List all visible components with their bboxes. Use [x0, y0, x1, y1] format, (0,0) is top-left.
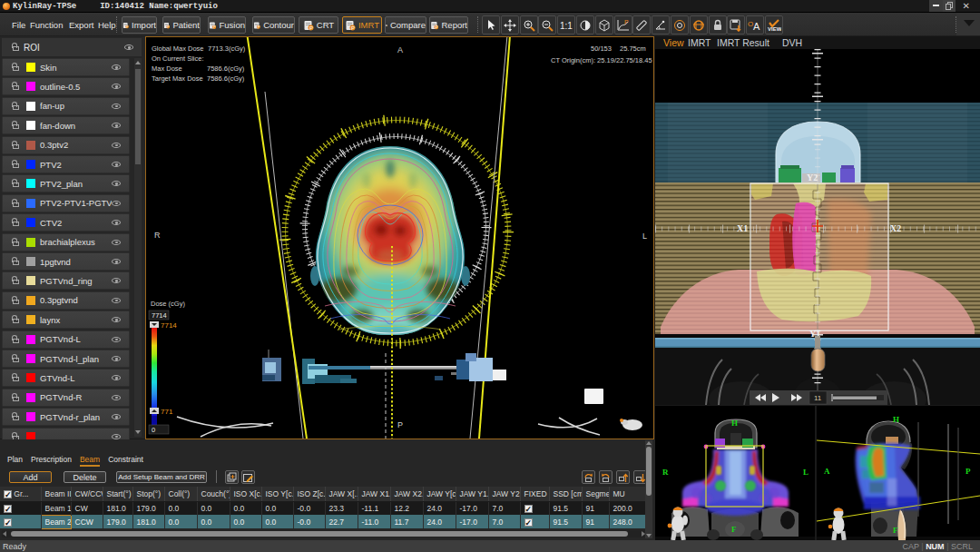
- svg-text:11: 11: [814, 394, 822, 402]
- svg-text:7586.6(cGy): 7586.6(cGy): [207, 64, 245, 73]
- svg-text:7586.6(cGy): 7586.6(cGy): [207, 74, 245, 83]
- svg-text:H: H: [731, 419, 738, 428]
- svg-text:P: P: [436, 25, 438, 29]
- svg-text:A: A: [753, 21, 760, 31]
- svg-text:Target Max Dose: Target Max Dose: [152, 74, 203, 83]
- svg-text:Max Dose: Max Dose: [152, 64, 182, 73]
- svg-text:P: P: [309, 25, 313, 30]
- svg-text:F: F: [893, 526, 898, 535]
- svg-text:7714: 7714: [161, 321, 177, 330]
- svg-text:0: 0: [152, 426, 155, 434]
- svg-text:Dose (cGy): Dose (cGy): [151, 300, 185, 308]
- svg-text:X2: X2: [890, 223, 901, 233]
- svg-text:L: L: [803, 468, 808, 477]
- svg-text:X1: X1: [737, 223, 748, 233]
- svg-text:H: H: [893, 415, 899, 424]
- svg-text:P: P: [258, 25, 260, 29]
- svg-text:Y2: Y2: [807, 172, 818, 182]
- svg-text:R: R: [662, 468, 669, 477]
- svg-text:771: 771: [161, 408, 173, 416]
- svg-text:7713.3(cGy): 7713.3(cGy): [208, 44, 246, 53]
- svg-text:P: P: [624, 19, 629, 25]
- svg-text:P: P: [213, 25, 216, 29]
- svg-text:R: R: [154, 231, 161, 240]
- svg-text:L: L: [642, 232, 647, 241]
- svg-text:P: P: [397, 420, 403, 429]
- svg-text:P: P: [965, 467, 971, 476]
- svg-text:7714: 7714: [152, 311, 167, 320]
- svg-text:CT Origin(cm): 25.19/22.75/18.: CT Origin(cm): 25.19/22.75/18.45: [551, 56, 652, 64]
- svg-text:A: A: [397, 45, 403, 54]
- svg-text:25.75cm: 25.75cm: [620, 44, 646, 53]
- svg-text:A: A: [824, 467, 830, 476]
- svg-text:P: P: [351, 25, 355, 30]
- svg-text:50/153: 50/153: [591, 44, 612, 53]
- svg-text:Global Max Dose: Global Max Dose: [152, 44, 204, 53]
- svg-text:F: F: [731, 525, 737, 534]
- svg-text:1:1: 1:1: [560, 21, 573, 31]
- svg-text:VIEW: VIEW: [768, 26, 781, 32]
- svg-text:On Current Slice:: On Current Slice:: [152, 54, 204, 63]
